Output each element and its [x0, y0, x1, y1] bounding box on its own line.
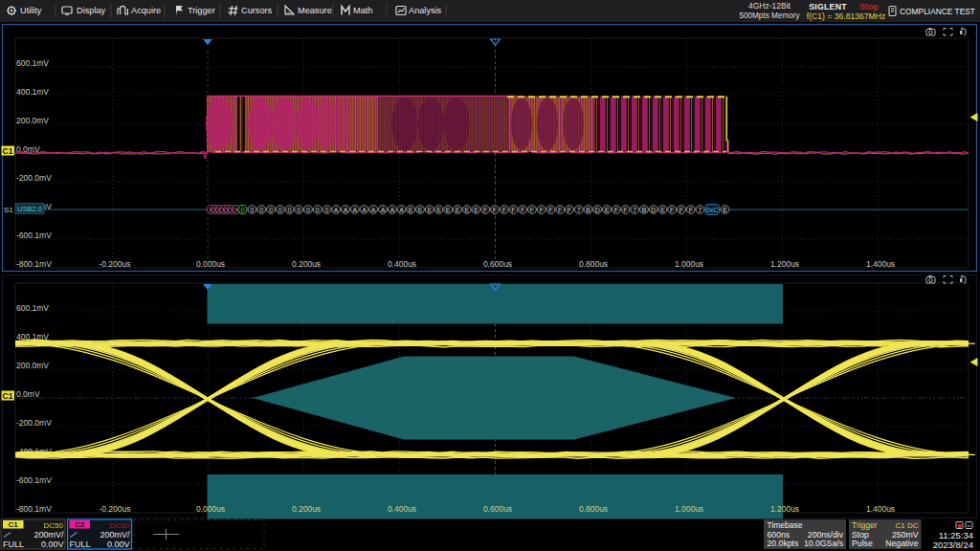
svg-text:F: F [502, 207, 506, 213]
svg-text:A: A [352, 207, 357, 213]
svg-text:-800.1mV: -800.1mV [16, 504, 52, 514]
svg-text:Stop: Stop [852, 530, 869, 540]
svg-text:E: E [605, 207, 610, 213]
svg-text:E: E [474, 207, 479, 213]
svg-text:COMPLIANCE TEST: COMPLIANCE TEST [900, 7, 975, 16]
svg-text:SIGLENT: SIGLENT [809, 2, 847, 11]
svg-text:-200.0mV: -200.0mV [16, 173, 52, 183]
svg-text:-800.1mV: -800.1mV [16, 259, 52, 269]
svg-text:1.000us: 1.000us [675, 259, 703, 269]
svg-text:-600.1mV: -600.1mV [16, 475, 52, 485]
svg-text:E: E [456, 207, 460, 213]
svg-text:600.1mV: 600.1mV [16, 303, 49, 313]
svg-text:0xC: 0xC [706, 206, 719, 214]
svg-text:0.400us: 0.400us [388, 504, 416, 514]
svg-text:0.0mV: 0.0mV [16, 389, 40, 399]
svg-text:0.200us: 0.200us [292, 504, 321, 514]
svg-text:C1: C1 [9, 520, 19, 529]
svg-text:0: 0 [288, 207, 292, 213]
svg-text:200.0mV: 200.0mV [16, 116, 49, 125]
svg-text:Utility: Utility [20, 6, 42, 15]
svg-text:0.600us: 0.600us [483, 259, 512, 269]
svg-text:4GHz-12Bit: 4GHz-12Bit [748, 1, 791, 11]
svg-text:F: F [558, 207, 562, 213]
svg-text:Negative: Negative [885, 539, 918, 548]
svg-text:0: 0 [316, 207, 320, 213]
svg-text:0: 0 [325, 207, 329, 213]
svg-text:20.0kpts: 20.0kpts [768, 539, 799, 548]
svg-text:500Mpts Memory: 500Mpts Memory [739, 11, 800, 20]
svg-text:A: A [344, 207, 348, 213]
svg-text:Trigger: Trigger [852, 520, 878, 530]
svg-text:F: F [511, 207, 515, 213]
svg-text:F: F [689, 207, 693, 213]
svg-text:E: E [660, 207, 665, 213]
svg-text:0: 0 [297, 207, 301, 213]
svg-text:D: D [595, 207, 600, 213]
svg-text:USB2.0: USB2.0 [17, 205, 42, 213]
svg-text:F: F [548, 207, 552, 213]
svg-text:1.200us: 1.200us [770, 504, 799, 514]
svg-text:F: F [493, 207, 497, 213]
svg-text:0.800us: 0.800us [579, 259, 608, 269]
svg-text:Cursors: Cursors [241, 6, 273, 15]
svg-text:Trigger: Trigger [188, 6, 215, 15]
svg-text:E: E [436, 207, 441, 213]
svg-text:1.400us: 1.400us [866, 259, 895, 269]
svg-text:-0.200us: -0.200us [99, 259, 130, 269]
svg-text:FULL: FULL [70, 540, 91, 549]
svg-text:0.000us: 0.000us [196, 259, 225, 269]
svg-text:Timebase: Timebase [768, 520, 803, 530]
svg-text:C1 DC: C1 DC [895, 521, 918, 530]
svg-text:7: 7 [699, 207, 702, 213]
svg-text:A: A [390, 207, 394, 213]
svg-text:C1: C1 [3, 146, 13, 156]
svg-text:E: E [427, 207, 432, 213]
svg-text:E: E [723, 207, 727, 213]
svg-text:7: 7 [577, 207, 581, 213]
svg-text:f(C1) = 36.81367MHz: f(C1) = 36.81367MHz [807, 11, 885, 21]
svg-text:200ns/div: 200ns/div [808, 530, 844, 540]
svg-text:A: A [334, 207, 339, 213]
svg-text:DC50: DC50 [110, 521, 130, 530]
svg-text:F: F [540, 207, 544, 213]
svg-text:0: 0 [259, 207, 263, 213]
svg-text:10.0GSa/s: 10.0GSa/s [804, 539, 844, 548]
svg-text:F: F [614, 207, 618, 213]
svg-text:0.400us: 0.400us [388, 259, 416, 269]
svg-text:B: B [642, 207, 647, 213]
svg-text:FULL: FULL [3, 540, 24, 549]
svg-text:Analysis: Analysis [409, 6, 442, 15]
svg-text:1.400us: 1.400us [866, 504, 895, 514]
svg-text:A: A [399, 207, 404, 213]
svg-text:E: E [418, 207, 423, 213]
svg-text:F: F [483, 207, 487, 213]
svg-text:F: F [679, 207, 683, 213]
svg-text:0.00V: 0.00V [107, 540, 130, 549]
svg-text:2023/8/24: 2023/8/24 [933, 540, 973, 550]
svg-text:600ns: 600ns [768, 530, 791, 540]
svg-text:Display: Display [77, 6, 106, 15]
svg-text:C1: C1 [3, 391, 13, 401]
svg-text:0.000us: 0.000us [196, 504, 225, 514]
svg-text:A: A [362, 207, 367, 213]
svg-text:0.800us: 0.800us [579, 504, 608, 514]
svg-text:C2: C2 [75, 520, 85, 529]
svg-text:S1: S1 [4, 206, 13, 214]
svg-text:DC50: DC50 [44, 521, 64, 530]
svg-text:600.1mV: 600.1mV [16, 58, 49, 68]
svg-text:E: E [446, 207, 451, 213]
svg-text:0.00V: 0.00V [41, 540, 64, 549]
svg-text:1.000us: 1.000us [675, 504, 703, 514]
svg-text:200mV/: 200mV/ [100, 530, 130, 540]
svg-text:0.600us: 0.600us [483, 504, 512, 514]
svg-text:-600.1mV: -600.1mV [16, 231, 52, 240]
svg-text:F: F [623, 207, 627, 213]
svg-text:F: F [530, 207, 534, 213]
svg-text:Pulse: Pulse [852, 539, 873, 548]
svg-text:200.0mV: 200.0mV [16, 361, 49, 370]
svg-text:E: E [464, 207, 469, 213]
svg-text:A: A [381, 207, 386, 213]
svg-text:F: F [521, 207, 524, 213]
svg-text:250mV: 250mV [892, 530, 919, 540]
